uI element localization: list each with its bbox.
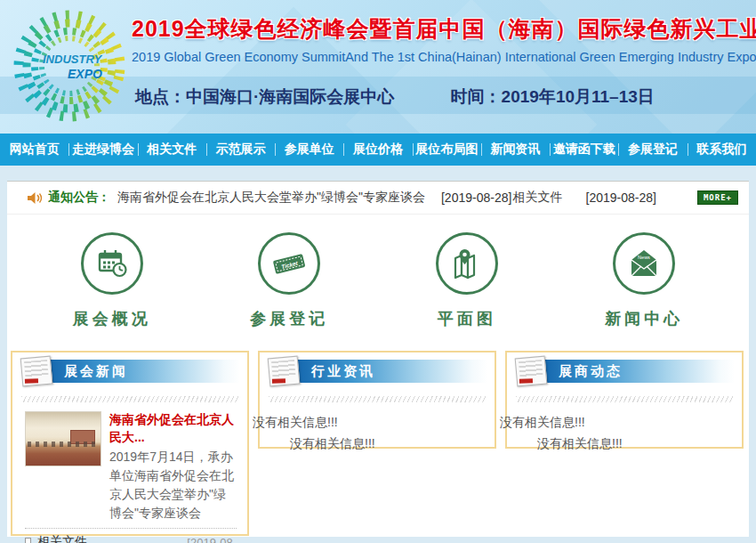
nav-item-about[interactable]: 走进绿博会 (68, 134, 137, 166)
hatch-divider (516, 396, 733, 402)
empty-message: 没有相关信息!!! (537, 433, 742, 454)
logo-text-expo: EXPO (68, 67, 102, 81)
hatch-divider (21, 396, 238, 402)
square-bullet-icon (25, 538, 31, 543)
quicklink-newscenter-label: 新闻中心 (605, 308, 683, 329)
newspaper-icon (20, 356, 53, 387)
box-industry-info-title: 行业资讯 (295, 360, 487, 383)
news-thumbnail-image[interactable] (25, 411, 101, 466)
quicklink-floorplan[interactable]: 平面图 (378, 215, 556, 351)
nav-item-contact[interactable]: 联系我们 (688, 134, 756, 166)
notice-doc-link[interactable]: 相关文件 (513, 190, 563, 206)
nav-item-news[interactable]: 新闻资讯 (481, 134, 550, 166)
empty-message: 没有相关信息!!! (290, 433, 495, 454)
nav-item-booth-layout[interactable]: 展位布局图 (413, 134, 481, 166)
calendar-clock-icon (81, 232, 143, 295)
expo-homepage: INDUSTRY EXPO 2019全球绿色经济峰会暨首届中国（海南）国际绿色新… (0, 0, 756, 543)
quicklink-floorplan-label: 平面图 (438, 308, 496, 329)
nav-item-register[interactable]: 参展登记 (618, 134, 687, 166)
header-banner: INDUSTRY EXPO 2019全球绿色经济峰会暨首届中国（海南）国际绿色新… (0, 0, 756, 134)
ticket-icon: Ticket (258, 232, 320, 295)
boxes-row: 展会新闻 海南省外促会在北京人民大... 2019年7月14日，承办单位海南省外… (7, 351, 749, 536)
box-exhibition-news-header: 展会新闻 (23, 360, 240, 388)
news-summary: 2019年7月14日，承办单位海南省外促会在北京人民大会堂举办"绿博会"专家座谈… (109, 448, 237, 523)
map-pin-icon (436, 232, 498, 295)
empty-message: 没有相关信息!!! (500, 411, 742, 433)
box-industry-info: 行业资讯 没有相关信息!!! 没有相关信息!!! (258, 351, 496, 449)
related-docs-link[interactable]: 相关文件 (25, 534, 87, 543)
quicklink-register-label: 参展登记 (250, 308, 328, 329)
newspaper-icon (268, 356, 301, 387)
news-title-link[interactable]: 海南省外促会在北京人民大... (109, 411, 237, 446)
box-exhibitor-news: 展商动态 没有相关信息!!! 没有相关信息!!! (505, 351, 744, 449)
notice-more-button[interactable]: MORE+ (697, 190, 738, 205)
news-envelope-icon: News (613, 232, 675, 295)
content-area: 通知公告： 海南省外促会在北京人民大会堂举办"绿博会"专家座谈会 [2019-0… (7, 181, 749, 537)
main-nav: 网站首页 走进绿博会 相关文件 示范展示 参展单位 展位价格 展位布局图 新闻资… (0, 134, 756, 166)
news-item: 海南省外促会在北京人民大... 2019年7月14日，承办单位海南省外促会在北京… (12, 408, 247, 523)
empty-message-list: 没有相关信息!!! 没有相关信息!!! (507, 408, 742, 454)
notice-news-date: [2019-08-28] (441, 190, 511, 205)
speaker-icon (27, 191, 43, 205)
nav-item-documents[interactable]: 相关文件 (138, 134, 206, 166)
quick-links-row: 展会概况 Ticket 参展登记 (7, 215, 749, 351)
nav-item-demo[interactable]: 示范展示 (206, 134, 275, 166)
time-text: 时间：2019年10月11–13日 (451, 87, 655, 106)
main-title-cn: 2019全球绿色经济峰会暨首届中国（海南）国际绿色新兴工业博览会 (132, 14, 751, 44)
empty-message-list: 没有相关信息!!! 没有相关信息!!! (260, 408, 495, 454)
notice-news-link[interactable]: 海南省外促会在北京人民大会堂举办"绿博会"专家座谈会 (117, 190, 425, 206)
quicklink-register[interactable]: Ticket 参展登记 (201, 215, 379, 351)
newspaper-icon (515, 356, 548, 387)
news-date: [2019-08-28] (180, 534, 237, 543)
main-title-en: 2019 Global Green Economy SummitAnd The … (132, 50, 751, 64)
box-exhibitor-news-title: 展商动态 (543, 360, 735, 383)
notice-label: 通知公告： (48, 190, 110, 206)
logo-graphic: INDUSTRY EXPO (4, 7, 137, 128)
nav-item-booth-price[interactable]: 展位价格 (343, 134, 412, 166)
box-exhibition-news: 展会新闻 海南省外促会在北京人民大... 2019年7月14日，承办单位海南省外… (11, 351, 249, 536)
venue-text: 地点：中国海口·海南国际会展中心 (135, 87, 394, 106)
logo-text-industry: INDUSTRY (43, 53, 103, 66)
box-industry-info-header: 行业资讯 (270, 360, 487, 388)
quicklink-overview-label: 展会概况 (73, 308, 151, 329)
nav-item-exhibitors[interactable]: 参展单位 (275, 134, 343, 166)
notice-bar: 通知公告： 海南省外促会在北京人民大会堂举办"绿博会"专家座谈会 [2019-0… (7, 182, 749, 215)
nav-item-invitation[interactable]: 邀请函下载 (550, 134, 618, 166)
envelope-news-text: News (638, 255, 650, 260)
quicklink-overview[interactable]: 展会概况 (23, 215, 201, 351)
box-exhibition-news-title: 展会新闻 (48, 360, 240, 383)
news-footer: 相关文件 [2019-08-28] (12, 529, 247, 543)
empty-message: 没有相关信息!!! (253, 411, 495, 433)
quicklink-newscenter[interactable]: News 新闻中心 (556, 215, 734, 351)
venue-time-line: 地点：中国海口·海南国际会展中心 时间：2019年10月11–13日 (135, 85, 655, 109)
notice-doc-date: [2019-08-28] (586, 190, 656, 205)
nav-item-home[interactable]: 网站首页 (0, 134, 68, 166)
hatch-divider (269, 396, 486, 402)
news-text-column: 海南省外促会在北京人民大... 2019年7月14日，承办单位海南省外促会在北京… (109, 411, 237, 523)
industry-expo-logo: INDUSTRY EXPO (4, 7, 137, 128)
box-exhibitor-news-header: 展商动态 (518, 360, 735, 388)
